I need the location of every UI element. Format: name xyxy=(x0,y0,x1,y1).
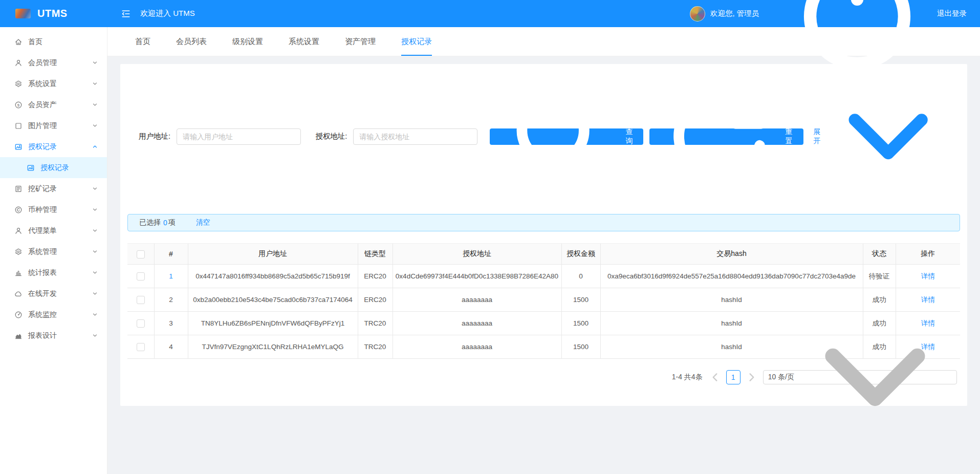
power-icon xyxy=(780,0,934,91)
page-number-button[interactable]: 1 xyxy=(726,370,741,384)
user-icon xyxy=(14,227,23,235)
sidebar-item-label: 首页 xyxy=(28,37,42,47)
selection-count: 0 xyxy=(163,219,167,227)
column-header-授权地址: 授权地址 xyxy=(393,244,561,265)
bar-chart-icon xyxy=(14,269,23,277)
sidebar-item-报表设计[interactable]: 报表设计 xyxy=(0,325,107,346)
select-all-checkbox[interactable] xyxy=(137,250,145,258)
user-address-label: 用户地址: xyxy=(139,132,170,141)
logout-button[interactable]: 退出登录 xyxy=(780,0,967,91)
logo-image xyxy=(15,9,31,18)
sidebar-item-label: 报表设计 xyxy=(28,331,57,340)
gear-icon xyxy=(14,248,23,256)
row-checkbox[interactable] xyxy=(137,319,145,328)
search-button[interactable]: 查询 xyxy=(490,128,643,145)
sidebar-item-挖矿记录[interactable]: 挖矿记录 xyxy=(0,178,107,199)
logo: UTMS xyxy=(0,8,107,19)
menu-fold-icon[interactable] xyxy=(121,9,131,19)
tab-首页[interactable]: 首页 xyxy=(135,27,150,56)
user-icon xyxy=(14,59,23,67)
sidebar-item-系统管理[interactable]: 系统管理 xyxy=(0,241,107,262)
chevron-down-icon xyxy=(92,249,98,254)
tab-系统设置[interactable]: 系统设置 xyxy=(289,27,319,56)
logo-text: UTMS xyxy=(37,8,68,19)
sidebar-item-会员管理[interactable]: 会员管理 xyxy=(0,52,107,73)
chevron-down-icon xyxy=(92,312,98,317)
home-icon xyxy=(14,38,23,46)
chevron-down-icon xyxy=(92,270,98,275)
row-auth-address: aaaaaaaa xyxy=(393,335,561,359)
content-area: 用户地址: 授权地址: 查询 重置 展开 已选择0项 xyxy=(107,56,980,414)
auth-address-label: 授权地址: xyxy=(315,132,347,141)
row-checkbox[interactable] xyxy=(137,296,145,304)
row-chain-type: TRC20 xyxy=(358,335,393,359)
prev-page-button[interactable] xyxy=(709,371,721,383)
sidebar-item-首页[interactable]: 首页 xyxy=(0,31,107,52)
row-tx-hash: 0xa9eca6bf3016d9f6924de557e25a16d8804edd… xyxy=(600,265,863,288)
refresh-icon xyxy=(658,76,779,197)
row-detail-link[interactable]: 详情 xyxy=(921,272,935,280)
column-header-状态: 状态 xyxy=(863,244,896,265)
chevron-down-icon xyxy=(92,333,98,338)
sidebar-item-label: 会员资产 xyxy=(28,100,57,110)
column-header-交易hash: 交易hash xyxy=(600,244,863,265)
sidebar-item-label: 挖矿记录 xyxy=(28,184,57,193)
page-size-value: 10 条/页 xyxy=(768,373,794,382)
chevron-down-icon xyxy=(827,76,949,197)
avatar[interactable] xyxy=(690,6,705,21)
tab-会员列表[interactable]: 会员列表 xyxy=(176,27,207,56)
gauge-icon xyxy=(14,311,23,319)
clear-selection-link[interactable]: 清空 xyxy=(196,218,210,227)
column-header-用户地址: 用户地址 xyxy=(188,244,358,265)
sidebar-item-在线开发[interactable]: 在线开发 xyxy=(0,283,107,304)
top-header: UTMS 欢迎进入 UTMS 欢迎您, 管理员 退出登录 xyxy=(0,0,980,27)
chevron-down-icon xyxy=(92,102,98,107)
chevron-down-icon xyxy=(92,207,98,212)
sidebar-item-系统监控[interactable]: 系统监控 xyxy=(0,304,107,325)
row-index: 3 xyxy=(154,312,188,335)
row-index: 4 xyxy=(154,335,188,359)
chevron-left-icon xyxy=(709,371,721,383)
sidebar-item-币种管理[interactable]: 币种管理 xyxy=(0,199,107,220)
user-address-input[interactable] xyxy=(177,128,301,145)
sidebar-item-统计报表[interactable]: 统计报表 xyxy=(0,262,107,283)
sidebar-item-授权记录[interactable]: 授权记录 xyxy=(0,136,107,157)
row-user-address: 0x447147a8016ff934bb8689c5a2d5b65c715b91… xyxy=(188,265,358,288)
sidebar-item-系统设置[interactable]: 系统设置 xyxy=(0,73,107,94)
row-index: 1 xyxy=(154,265,188,288)
sidebar-item-图片管理[interactable]: 图片管理 xyxy=(0,115,107,136)
reset-button[interactable]: 重置 xyxy=(649,128,803,145)
list-icon xyxy=(14,185,23,193)
page-size-select[interactable]: 10 条/页 xyxy=(763,370,957,384)
sidebar-subitem-授权记录[interactable]: 授权记录 xyxy=(0,157,107,178)
svg-text:$: $ xyxy=(17,103,20,107)
gear-icon xyxy=(14,80,23,88)
tab-级别设置[interactable]: 级别设置 xyxy=(232,27,263,56)
chevron-down-icon xyxy=(92,81,98,87)
row-checkbox[interactable] xyxy=(137,272,145,281)
tab-授权记录[interactable]: 授权记录 xyxy=(401,27,432,56)
logout-label: 退出登录 xyxy=(937,9,967,18)
sidebar-menu: 首页 会员管理 系统设置 $ 会员资产 图片管理 授权记录 授权记录 挖矿记录 … xyxy=(0,27,107,474)
column-header-链类型: 链类型 xyxy=(358,244,393,265)
expand-link[interactable]: 展开 xyxy=(814,76,949,197)
chevron-down-icon xyxy=(798,300,952,454)
welcome-text: 欢迎进入 UTMS xyxy=(140,9,195,18)
column-header-授权金额: 授权金额 xyxy=(561,244,600,265)
sidebar-item-会员资产[interactable]: $ 会员资产 xyxy=(0,94,107,115)
row-chain-type: ERC20 xyxy=(358,288,393,312)
tab-资产管理[interactable]: 资产管理 xyxy=(345,27,376,56)
row-checkbox[interactable] xyxy=(137,343,145,351)
auth-address-input[interactable] xyxy=(353,128,477,145)
content-card: 用户地址: 授权地址: 查询 重置 展开 已选择0项 xyxy=(120,64,967,406)
sidebar-item-label: 会员管理 xyxy=(28,58,57,68)
sidebar-item-代理菜单[interactable]: 代理菜单 xyxy=(0,220,107,241)
sidebar-item-label: 授权记录 xyxy=(28,142,57,152)
row-auth-amount: 1500 xyxy=(561,288,600,312)
row-user-address: TN8YLHu6ZB6sPENnjDfnVFW6dQFByPFzYj1 xyxy=(188,312,358,335)
next-page-button[interactable] xyxy=(746,371,758,383)
cloud-icon xyxy=(14,290,23,298)
search-icon xyxy=(498,76,620,197)
row-chain-type: TRC20 xyxy=(358,312,393,335)
picture-icon xyxy=(14,143,23,151)
